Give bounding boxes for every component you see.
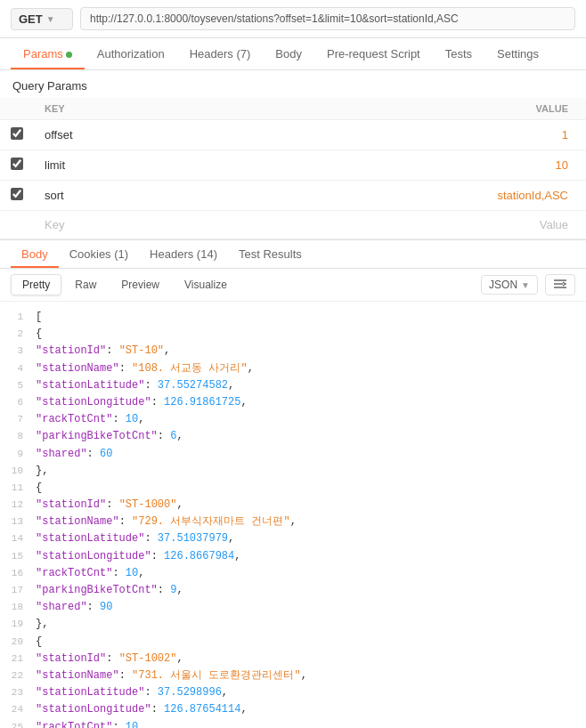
response-tabs: Body Cookies (1) Headers (14) Test Resul… <box>0 240 586 269</box>
line-content: "shared": 60 <box>36 446 586 463</box>
line-content: "stationId": "ST-1000", <box>36 497 586 514</box>
json-code-area: 1[2 {3 "stationId": "ST-10",4 "stationNa… <box>0 302 586 728</box>
format-preview-btn[interactable]: Preview <box>110 274 171 295</box>
line-content: "rackTotCnt": 10, <box>36 411 586 428</box>
param-row-limit: limit 10 <box>0 150 586 181</box>
code-line: 14 "stationLatitude": 37.51037979, <box>0 530 586 547</box>
line-number: 24 <box>0 702 36 718</box>
param-offset-key: offset <box>45 128 73 142</box>
code-line: 12 "stationId": "ST-1000", <box>0 497 586 514</box>
method-selector[interactable]: GET ▼ <box>11 8 73 30</box>
tab-authorization[interactable]: Authorization <box>85 38 177 69</box>
tab-tests[interactable]: Tests <box>433 38 484 69</box>
code-line: 19 }, <box>0 616 586 633</box>
url-input[interactable] <box>80 7 575 30</box>
line-content: "parkingBikeTotCnt": 6, <box>36 428 586 445</box>
param-limit-key: limit <box>45 158 65 172</box>
line-content: "stationId": "ST-1002", <box>36 651 586 667</box>
line-content: "stationLongitude": 126.87654114, <box>36 701 586 718</box>
method-label: GET <box>19 12 43 26</box>
code-line: 4 "stationName": "108. 서교동 사거리", <box>0 360 586 377</box>
code-line: 15 "stationLongitude": 126.8667984, <box>0 548 586 565</box>
line-number: 11 <box>0 481 36 497</box>
format-visualize-btn[interactable]: Visualize <box>173 274 239 295</box>
param-sort-key: sort <box>45 189 64 202</box>
request-tabs: Params Authorization Headers (7) Body Pr… <box>0 38 586 70</box>
code-line: 20 { <box>0 634 586 651</box>
line-content: "stationLongitude": 126.91861725, <box>36 394 586 411</box>
value-col-header: VALUE <box>217 98 586 120</box>
line-number: 22 <box>0 668 36 684</box>
line-number: 4 <box>0 361 36 377</box>
line-content: "rackTotCnt": 10, <box>36 719 586 729</box>
line-content: { <box>36 326 586 343</box>
code-line: 10 }, <box>0 463 586 480</box>
param-empty-key: Key <box>45 218 64 231</box>
param-sort-checkbox[interactable] <box>11 188 23 200</box>
response-tab-body[interactable]: Body <box>11 240 59 268</box>
tab-body[interactable]: Body <box>263 38 314 69</box>
line-number: 25 <box>0 720 36 729</box>
line-number: 23 <box>0 685 36 701</box>
line-content: "rackTotCnt": 10, <box>36 565 586 582</box>
response-tab-test-results[interactable]: Test Results <box>228 240 313 268</box>
response-tab-cookies[interactable]: Cookies (1) <box>59 240 139 268</box>
param-row-empty: Key Value <box>0 211 586 239</box>
code-line: 1[ <box>0 309 586 326</box>
format-pretty-btn[interactable]: Pretty <box>11 274 61 295</box>
line-content: "stationLongitude": 126.8667984, <box>36 548 586 565</box>
line-content: }, <box>36 463 586 480</box>
line-number: 6 <box>0 395 36 411</box>
line-number: 12 <box>0 497 36 514</box>
line-number: 20 <box>0 635 36 651</box>
param-limit-value: 10 <box>556 158 568 172</box>
tab-params[interactable]: Params <box>11 38 85 69</box>
code-line: 5 "stationLatitude": 37.55274582, <box>0 377 586 394</box>
method-chevron-icon: ▼ <box>46 14 55 24</box>
line-number: 13 <box>0 514 36 530</box>
line-number: 16 <box>0 566 36 582</box>
line-content: "stationId": "ST-10", <box>36 343 586 360</box>
param-empty-value: Value <box>540 218 568 231</box>
code-line: 7 "rackTotCnt": 10, <box>0 411 586 428</box>
json-format-select[interactable]: JSON ▼ <box>481 275 538 295</box>
line-number: 2 <box>0 327 36 343</box>
param-row-sort: sort stationId,ASC <box>0 181 586 211</box>
param-offset-checkbox[interactable] <box>11 127 23 140</box>
param-offset-value: 1 <box>562 128 568 142</box>
line-number: 17 <box>0 583 36 599</box>
line-content: { <box>36 480 586 497</box>
code-line: 23 "stationLatitude": 37.5298996, <box>0 684 586 701</box>
code-line: 17 "parkingBikeTotCnt": 9, <box>0 582 586 599</box>
wrap-lines-btn[interactable] <box>545 274 575 295</box>
line-content: "shared": 90 <box>36 599 586 616</box>
line-content: "parkingBikeTotCnt": 9, <box>36 582 586 599</box>
params-table: KEY VALUE offset 1 limit 10 sort station… <box>0 98 586 239</box>
tab-prerequest[interactable]: Pre-request Script <box>314 38 433 69</box>
line-number: 5 <box>0 378 36 394</box>
code-line: 18 "shared": 90 <box>0 599 586 616</box>
key-col-header: KEY <box>34 98 217 120</box>
line-content: "stationLatitude": 37.55274582, <box>36 377 586 394</box>
code-line: 16 "rackTotCnt": 10, <box>0 565 586 582</box>
url-bar: GET ▼ <box>0 0 586 38</box>
code-line: 8 "parkingBikeTotCnt": 6, <box>0 428 586 445</box>
param-limit-checkbox[interactable] <box>11 158 23 170</box>
code-line: 3 "stationId": "ST-10", <box>0 343 586 360</box>
line-content: "stationName": "108. 서교동 사거리", <box>36 360 586 377</box>
format-raw-btn[interactable]: Raw <box>63 274 108 295</box>
code-line: 22 "stationName": "731. 서울시 도로환경관리센터", <box>0 667 586 684</box>
line-content: }, <box>36 616 586 633</box>
response-tab-headers[interactable]: Headers (14) <box>139 240 228 268</box>
code-line: 9 "shared": 60 <box>0 446 586 463</box>
line-content: "stationLatitude": 37.51037979, <box>36 530 586 547</box>
code-line: 6 "stationLongitude": 126.91861725, <box>0 394 586 411</box>
code-line: 24 "stationLongitude": 126.87654114, <box>0 701 586 718</box>
tab-headers[interactable]: Headers (7) <box>177 38 264 69</box>
code-line: 13 "stationName": "729. 서부식자재마트 건너편", <box>0 514 586 530</box>
tab-settings[interactable]: Settings <box>484 38 551 69</box>
line-number: 9 <box>0 447 36 463</box>
line-number: 21 <box>0 651 36 667</box>
checkbox-col-header <box>0 98 34 120</box>
line-number: 8 <box>0 429 36 445</box>
